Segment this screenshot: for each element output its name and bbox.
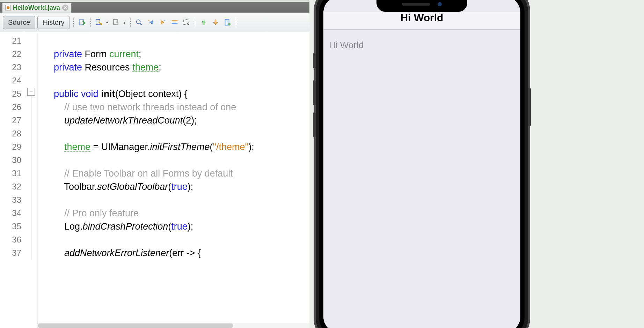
line-number: 31	[0, 167, 25, 180]
toolbar-separator	[130, 17, 131, 28]
app-content-label: Hi World	[323, 33, 520, 328]
horizontal-scrollbar-thumb[interactable]	[38, 323, 233, 328]
find-next-icon[interactable]	[158, 17, 168, 27]
line-number: 32	[0, 180, 25, 193]
line-number-gutter: 2122232425262728293031323334353637	[0, 32, 25, 328]
file-tab-helloworld[interactable]: HelloWorld.java ✕	[2, 2, 72, 13]
line-number: 22	[0, 47, 25, 61]
code-line[interactable]: Log.bindCrashProtection(true);	[38, 220, 309, 233]
app-title-label: Hi World	[323, 12, 520, 30]
line-number: 36	[0, 233, 25, 246]
phone-notch	[376, 0, 467, 12]
history-tab-button[interactable]: History	[37, 16, 69, 29]
line-number: 21	[0, 34, 25, 47]
simulator-panel: Hi World Hi World	[309, 0, 644, 328]
line-number: 37	[0, 246, 25, 260]
line-number: 33	[0, 193, 25, 207]
svg-rect-9	[172, 23, 178, 24]
toolbar-separator	[236, 17, 236, 28]
code-line[interactable]: addNetworkErrorListener(err -> {	[38, 246, 309, 260]
close-icon[interactable]: ✕	[62, 5, 68, 11]
phone-power-button	[528, 88, 531, 126]
phone-screen[interactable]: Hi World Hi World	[323, 0, 520, 328]
code-line[interactable]: // use two network threads instead of on…	[38, 100, 309, 114]
java-file-icon	[5, 5, 11, 10]
main-container: HelloWorld.java ✕ Source History ▼ ▼	[0, 0, 644, 328]
prev-bookmark-icon[interactable]	[199, 17, 208, 27]
toolbar-separator	[73, 17, 74, 28]
line-number: 23	[0, 61, 25, 74]
code-body[interactable]: private Form current; private Resources …	[38, 32, 309, 328]
find-prev-icon[interactable]	[146, 17, 156, 27]
toolbar-separator	[195, 17, 195, 28]
line-number: 24	[0, 74, 25, 87]
fold-guide-line	[31, 96, 31, 260]
find-selection-icon[interactable]	[134, 17, 144, 27]
code-line[interactable]: theme = UIManager.initFirstTheme("/theme…	[38, 140, 309, 154]
svg-line-5	[140, 23, 142, 25]
code-line[interactable]: public void init(Object context) {	[38, 87, 309, 100]
line-number: 28	[0, 127, 25, 140]
code-line[interactable]: private Resources theme;	[38, 61, 309, 74]
phone-camera-icon	[438, 2, 442, 6]
next-bookmark-icon[interactable]	[211, 17, 220, 27]
code-line[interactable]: // Pro only feature	[38, 207, 309, 220]
svg-rect-8	[172, 20, 178, 22]
code-line[interactable]: updateNetworkThreadCount(2);	[38, 114, 309, 127]
phone-mute-switch	[313, 53, 316, 68]
toggle-bookmark-icon[interactable]	[222, 17, 232, 27]
code-line[interactable]: Toolbar.setGlobalToolbar(true);	[38, 180, 309, 193]
dropdown-icon[interactable]: ▼	[105, 21, 109, 24]
phone-speaker-icon	[402, 3, 430, 6]
svg-rect-6	[148, 20, 149, 21]
code-editor-panel: HelloWorld.java ✕ Source History ▼ ▼	[0, 0, 309, 328]
line-number: 26	[0, 100, 25, 114]
svg-rect-7	[164, 20, 166, 21]
code-line[interactable]	[38, 74, 309, 87]
toolbar-separator	[90, 17, 91, 28]
editor-toolbar: Source History ▼ ▼	[0, 13, 309, 32]
code-line[interactable]: // Enable Toolbar on all Forms by defaul…	[38, 167, 309, 180]
svg-point-2	[100, 23, 102, 25]
svg-point-12	[228, 23, 230, 25]
line-number: 30	[0, 154, 25, 167]
line-number: 35	[0, 220, 25, 233]
horizontal-scrollbar[interactable]	[38, 323, 309, 328]
phone-mockup: Hi World Hi World	[314, 0, 530, 328]
fold-collapse-icon[interactable]: −	[27, 88, 35, 96]
diff-to-icon[interactable]	[112, 17, 122, 27]
line-number: 25	[0, 87, 25, 100]
code-line[interactable]	[38, 233, 309, 246]
rect-select-icon[interactable]	[182, 17, 191, 27]
toggle-highlight-icon[interactable]	[170, 17, 180, 27]
code-line[interactable]	[38, 34, 309, 47]
source-tab-button[interactable]: Source	[3, 16, 35, 29]
last-edit-icon[interactable]	[77, 17, 87, 27]
file-tab-label: HelloWorld.java	[13, 4, 60, 12]
code-line[interactable]	[38, 154, 309, 167]
line-number: 34	[0, 207, 25, 220]
code-line[interactable]	[38, 193, 309, 207]
line-number: 27	[0, 114, 25, 127]
code-line[interactable]	[38, 127, 309, 140]
diff-icon[interactable]	[94, 17, 104, 27]
dropdown-icon[interactable]: ▼	[123, 21, 126, 24]
phone-volume-up	[313, 80, 316, 105]
code-line[interactable]: private Form current;	[38, 47, 309, 61]
fold-column: −	[25, 32, 38, 328]
code-area[interactable]: 2122232425262728293031323334353637 − pri…	[0, 32, 309, 328]
phone-volume-down	[313, 112, 316, 137]
line-number: 29	[0, 140, 25, 154]
